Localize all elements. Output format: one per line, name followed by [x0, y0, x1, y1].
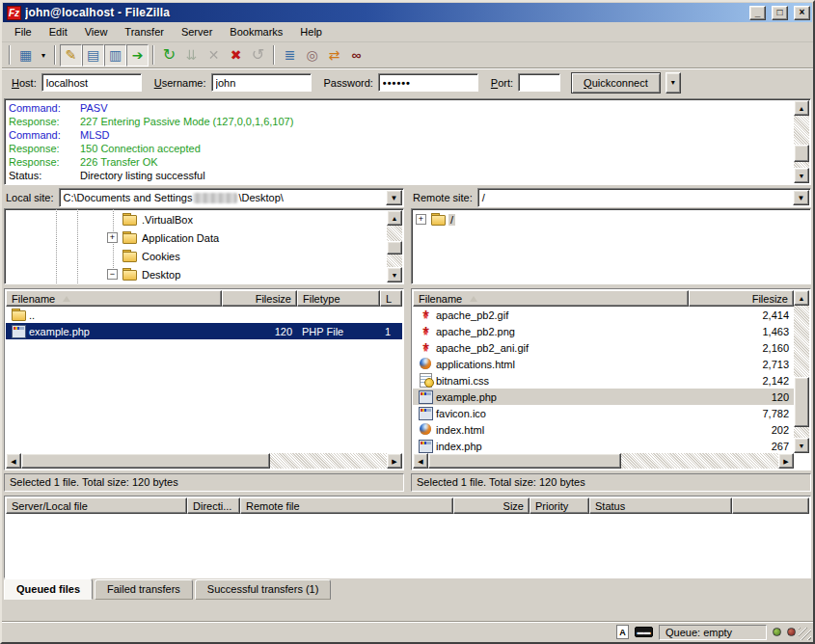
- tree-item-root[interactable]: + /: [412, 210, 810, 228]
- log-label: Command:: [9, 101, 80, 115]
- expand-plus-icon[interactable]: +: [416, 214, 426, 225]
- quickconnect-button[interactable]: Quickconnect: [571, 72, 661, 94]
- column-header-server-local-file[interactable]: Server/Local file: [6, 497, 187, 514]
- expand-plus-icon[interactable]: +: [107, 232, 118, 243]
- reconnect-button[interactable]: ↺: [247, 44, 269, 67]
- column-header-remote-file[interactable]: Remote file: [240, 497, 453, 514]
- combo-dropdown-icon[interactable]: ▼: [793, 190, 809, 205]
- scroll-down-icon[interactable]: ▼: [794, 168, 809, 183]
- remote-site-combo[interactable]: / ▼: [477, 188, 811, 207]
- site-manager-button[interactable]: ▦: [14, 44, 37, 67]
- scroll-up-icon[interactable]: ▲: [794, 290, 809, 306]
- quickconnect-dropdown[interactable]: ▾: [666, 72, 681, 94]
- local-file-row-selected[interactable]: example.php 120 PHP File 1: [6, 323, 402, 339]
- tree-item-application-data[interactable]: + Application Data: [5, 228, 403, 247]
- menu-help[interactable]: Help: [291, 23, 331, 40]
- column-header-priority[interactable]: Priority: [530, 497, 589, 514]
- menu-server[interactable]: Server: [173, 23, 221, 40]
- scroll-thumb[interactable]: [387, 241, 402, 255]
- column-header-status[interactable]: Status: [589, 497, 732, 514]
- column-header-size[interactable]: Size: [453, 497, 530, 514]
- queue-body[interactable]: [6, 514, 809, 577]
- column-header-lastmodified[interactable]: L: [380, 290, 402, 307]
- local-horizontal-scrollbar[interactable]: ◀ ▶: [6, 453, 402, 469]
- log-scrollbar[interactable]: ▲ ▼: [794, 100, 809, 183]
- refresh-button[interactable]: ↻: [158, 44, 180, 67]
- title-bar[interactable]: Fz john@localhost - FileZilla _ □ ×: [3, 3, 812, 22]
- data-type-ascii-icon[interactable]: A: [616, 625, 629, 639]
- remote-file-row[interactable]: applications.html 2,713: [413, 356, 794, 372]
- speed-limit-icon[interactable]: ▬▬: [635, 627, 653, 637]
- remote-file-row[interactable]: index.php 267: [413, 438, 794, 453]
- remote-vertical-scrollbar[interactable]: ▲ ▼: [794, 290, 809, 453]
- html-file-icon: [418, 357, 434, 371]
- column-header-filesize[interactable]: Filesize: [689, 290, 794, 307]
- remote-file-row[interactable]: apache_pb2.png 1,463: [413, 323, 794, 339]
- toggle-message-log-button[interactable]: ✎: [60, 44, 82, 67]
- local-file-row[interactable]: ..: [6, 307, 402, 323]
- tab-failed-transfers[interactable]: Failed transfers: [95, 579, 193, 600]
- remote-horizontal-scrollbar[interactable]: ◀ ▶: [413, 453, 794, 469]
- synchronized-browsing-button[interactable]: ⇄: [323, 44, 345, 67]
- local-tree-scrollbar[interactable]: ▲ ▼: [387, 210, 402, 282]
- scroll-left-icon[interactable]: ◀: [6, 453, 21, 469]
- maximize-button[interactable]: □: [772, 6, 788, 20]
- column-header-filename[interactable]: Filename: [6, 290, 222, 307]
- username-input[interactable]: [211, 73, 312, 92]
- column-header-filesize[interactable]: Filesize: [222, 290, 297, 307]
- host-label: Host:: [12, 77, 37, 89]
- tree-item-virtualbox[interactable]: .VirtualBox: [5, 210, 403, 228]
- scroll-down-icon[interactable]: ▼: [387, 267, 402, 282]
- tab-queued-files[interactable]: Queued files: [4, 578, 93, 600]
- menu-view[interactable]: View: [76, 23, 117, 40]
- column-header-filename[interactable]: Filename: [413, 290, 689, 307]
- column-header-direction[interactable]: Directi...: [187, 497, 240, 514]
- tab-successful-transfers[interactable]: Successful transfers (1): [195, 579, 332, 600]
- menu-file[interactable]: File: [6, 23, 41, 40]
- toggle-queue-button[interactable]: ➔: [126, 44, 149, 67]
- toggle-local-tree-button[interactable]: ▤: [82, 44, 104, 67]
- password-input[interactable]: [378, 73, 478, 92]
- close-button[interactable]: ×: [794, 6, 810, 20]
- scroll-up-icon[interactable]: ▲: [794, 100, 809, 116]
- minimize-button[interactable]: _: [749, 6, 766, 20]
- queue-tabs: Queued files Failed transfers Successful…: [4, 579, 811, 600]
- search-files-button[interactable]: ∞: [345, 44, 367, 67]
- port-input[interactable]: [518, 73, 560, 92]
- cancel-operation-button[interactable]: ✕: [203, 44, 225, 67]
- tree-item-desktop[interactable]: − Desktop: [5, 265, 403, 283]
- directory-filters-button[interactable]: ≣: [279, 44, 301, 67]
- remote-file-row[interactable]: index.html 202: [413, 421, 794, 438]
- menu-transfer[interactable]: Transfer: [116, 23, 173, 40]
- combo-dropdown-icon[interactable]: ▼: [386, 190, 402, 205]
- scroll-thumb[interactable]: [21, 453, 270, 469]
- scroll-thumb[interactable]: [794, 145, 809, 162]
- remote-file-row-selected[interactable]: example.php 120: [413, 389, 794, 405]
- scroll-thumb[interactable]: [794, 377, 809, 427]
- column-header-filetype[interactable]: Filetype: [297, 290, 380, 307]
- scroll-thumb[interactable]: [428, 453, 621, 469]
- tree-item-cookies[interactable]: Cookies: [5, 247, 403, 265]
- host-input[interactable]: [41, 73, 142, 92]
- remote-file-row[interactable]: bitnami.css 2,142: [413, 372, 794, 389]
- toggle-remote-tree-button[interactable]: ▥: [104, 44, 126, 67]
- remote-file-row[interactable]: apache_pb2_ani.gif 2,160: [413, 339, 794, 356]
- local-site-combo[interactable]: C:\Documents and Settings\Desktop\ ▼: [59, 188, 404, 207]
- remote-file-row[interactable]: favicon.ico 7,782: [413, 405, 794, 421]
- scroll-right-icon[interactable]: ▶: [387, 453, 402, 469]
- scroll-left-icon[interactable]: ◀: [413, 453, 428, 469]
- scroll-up-icon[interactable]: ▲: [387, 210, 402, 226]
- remote-file-row[interactable]: apache_pb2.gif 2,414: [413, 307, 794, 323]
- css-file-icon: [418, 373, 434, 388]
- menu-bookmarks[interactable]: Bookmarks: [221, 23, 291, 40]
- menu-edit[interactable]: Edit: [41, 23, 76, 40]
- site-manager-dropdown[interactable]: ▾: [37, 44, 50, 67]
- scroll-right-icon[interactable]: ▶: [778, 453, 794, 469]
- resize-grip[interactable]: [799, 628, 811, 640]
- directory-comparison-button[interactable]: ◎: [301, 44, 323, 67]
- pane-splitter[interactable]: [404, 187, 411, 492]
- scroll-down-icon[interactable]: ▼: [794, 438, 809, 453]
- process-queue-button[interactable]: ⇊: [180, 44, 203, 67]
- disconnect-button[interactable]: ✖: [225, 44, 247, 67]
- collapse-minus-icon[interactable]: −: [107, 269, 118, 280]
